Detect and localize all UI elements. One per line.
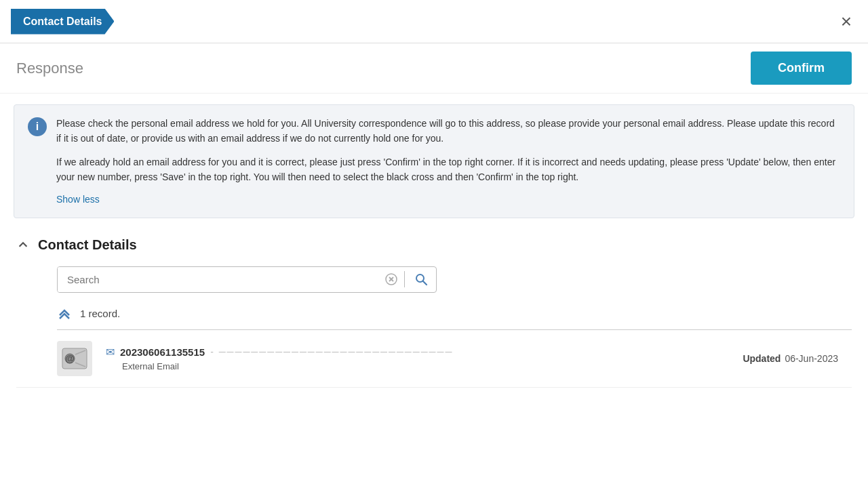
info-box: i Please check the personal email addres…	[14, 104, 854, 218]
info-paragraph-2: If we already hold an email address for …	[56, 155, 840, 185]
record-redacted: - ─────────────────────────────	[210, 346, 453, 357]
svg-line-4	[423, 281, 427, 285]
record-id-row: ✉ 202306061135515 - ────────────────────…	[106, 346, 729, 359]
record-type-icon: ✉	[106, 346, 115, 359]
header-bar: Contact Details ×	[0, 0, 868, 43]
search-input[interactable]	[58, 267, 380, 292]
section-header: Contact Details	[16, 237, 852, 253]
record-row: @ ✉ 202306061135515 - ──────────────────…	[16, 330, 852, 388]
record-updated: Updated 06-Jun-2023	[743, 353, 838, 364]
search-button[interactable]	[406, 267, 436, 291]
info-text: Please check the personal email address …	[56, 116, 840, 207]
search-clear-button[interactable]	[380, 268, 403, 291]
info-paragraph-1: Please check the personal email address …	[56, 116, 840, 146]
show-less-link[interactable]: Show less	[56, 192, 840, 207]
close-button[interactable]: ×	[835, 9, 857, 34]
info-icon: i	[28, 117, 47, 136]
svg-text:@: @	[65, 353, 75, 364]
records-count: 1 record.	[80, 308, 120, 319]
modal-container: Contact Details × Response Confirm i Ple…	[0, 0, 868, 488]
breadcrumb-title: Contact Details	[11, 9, 114, 35]
record-details: ✉ 202306061135515 - ────────────────────…	[106, 346, 729, 371]
search-container	[57, 266, 437, 293]
response-row: Response Confirm	[0, 43, 868, 94]
records-row: 1 record.	[57, 306, 852, 321]
search-divider	[404, 271, 405, 287]
confirm-button[interactable]: Confirm	[751, 52, 852, 85]
collapse-icon[interactable]	[16, 238, 30, 251]
contact-details-section: Contact Details	[0, 229, 868, 396]
response-label: Response	[16, 60, 83, 77]
breadcrumb-badge: Contact Details	[11, 9, 114, 35]
section-title: Contact Details	[38, 237, 137, 253]
email-icon-wrapper: @	[57, 341, 92, 376]
updated-label: Updated	[743, 353, 781, 364]
record-id: 202306061135515	[120, 346, 205, 358]
record-type-label: External Email	[122, 361, 729, 371]
updated-date: 06-Jun-2023	[785, 353, 838, 364]
email-icon: @	[62, 348, 87, 369]
double-chevron-icon[interactable]	[57, 306, 72, 321]
